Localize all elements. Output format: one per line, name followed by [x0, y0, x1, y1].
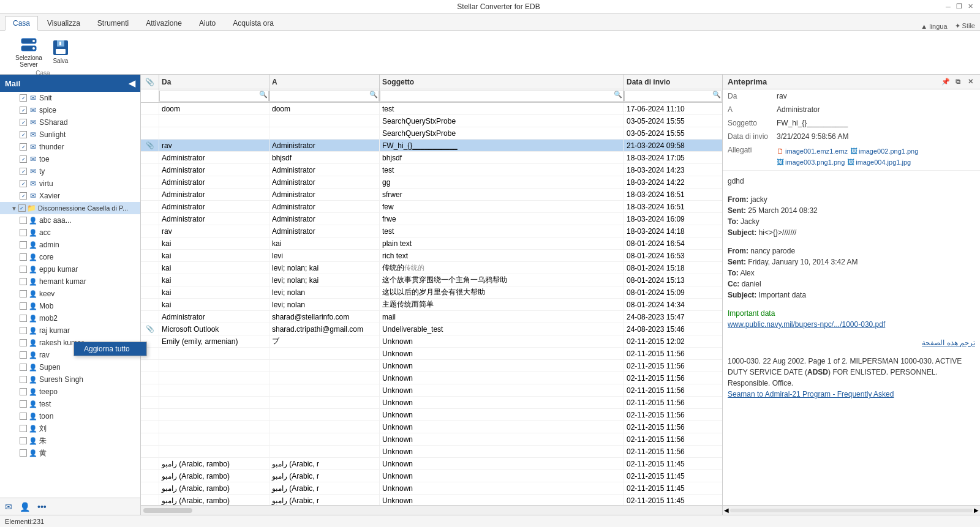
- checkbox-rakeshkumar[interactable]: [20, 339, 27, 346]
- sidebar-item-eppukumar[interactable]: 👤 eppu kumar: [0, 263, 140, 275]
- restore-button[interactable]: ❐: [954, 2, 964, 12]
- table-row[interactable]: doom doom test 17-06-2024 11:10: [141, 103, 722, 115]
- search-subject-input[interactable]: [380, 91, 624, 102]
- table-row[interactable]: رامبو (Arabic, rambo)رامبو (Arabic, rUnk…: [141, 482, 722, 495]
- lingua-label[interactable]: ▲ lingua: [921, 23, 947, 30]
- scroll-left-arrow[interactable]: ◀: [724, 507, 729, 514]
- attachment-4[interactable]: 🖼 image004.jpg1.jpg: [847, 158, 911, 166]
- sidebar-item-ssharad[interactable]: ✓ ✉ SSharad: [0, 116, 140, 129]
- message-list-hscroll[interactable]: [141, 505, 722, 515]
- table-row[interactable]: kai kai plain text 08-01-2024 16:54: [141, 237, 722, 250]
- sidebar-item-thunder[interactable]: ✓ ✉ thunder: [0, 141, 140, 153]
- table-row[interactable]: 📎 rav Administrator FW_hi_{}___________ …: [141, 140, 722, 152]
- preview-hscroll[interactable]: ◀ ▶: [723, 507, 980, 514]
- checkbox-sureshsingh[interactable]: [20, 376, 27, 383]
- sidebar-item-disconnessione[interactable]: ▼ ✓ 📁 Disconnessione Casella di P...: [0, 202, 140, 214]
- checkbox-toe[interactable]: ✓: [20, 155, 27, 163]
- sidebar-item-acc[interactable]: 👤 acc: [0, 226, 140, 239]
- sidebar-item-liu[interactable]: 👤 刘: [0, 422, 140, 435]
- sidebar-item-supen[interactable]: 👤 Supen: [0, 361, 140, 373]
- table-row[interactable]: kai levi rich text 08-01-2024 16:53: [141, 250, 722, 262]
- context-menu-aggiorna[interactable]: Aggiorna tutto: [74, 342, 141, 356]
- checkbox-thunder[interactable]: ✓: [20, 143, 27, 151]
- checkbox-abcaaa[interactable]: [20, 217, 27, 224]
- table-row[interactable]: Administrator Administrator few 18-03-20…: [141, 201, 722, 213]
- checkbox-mob2[interactable]: [20, 315, 27, 322]
- table-row[interactable]: 📎 Microsoft Outlook sharad.ctripathi@gma…: [141, 323, 722, 335]
- preview-detach-button[interactable]: ⧉: [953, 77, 963, 87]
- sidebar-item-spice[interactable]: ✓ ✉ spice: [0, 104, 140, 116]
- sidebar-item-test[interactable]: 👤 test: [0, 398, 140, 410]
- checkbox-keev[interactable]: [20, 290, 27, 297]
- sidebar-item-snit[interactable]: ✓ ✉ Snit: [0, 92, 140, 104]
- message-list[interactable]: doom doom test 17-06-2024 11:10 SearchQu…: [141, 103, 722, 505]
- header-date[interactable]: Data di invio: [624, 75, 722, 89]
- search-to-input[interactable]: [270, 91, 379, 102]
- search-date-input[interactable]: [624, 91, 722, 102]
- mail-bottom-icon[interactable]: ✉: [5, 502, 12, 512]
- sidebar-item-xavier[interactable]: ✓ ✉ Xavier: [0, 190, 140, 202]
- tab-attivazione[interactable]: Attivazione: [138, 15, 190, 30]
- checkbox-acc[interactable]: [20, 229, 27, 236]
- checkbox-spice[interactable]: ✓: [20, 107, 27, 114]
- preview-close-button[interactable]: ✕: [965, 77, 975, 87]
- table-row[interactable]: SearchQueryStxProbe 03-05-2024 15:55: [141, 127, 722, 140]
- sidebar-item-teepo[interactable]: 👤 teepo: [0, 386, 140, 398]
- checkbox-zhu[interactable]: [20, 437, 27, 444]
- hscroll-thumb[interactable]: [143, 508, 192, 513]
- sidebar-item-toe[interactable]: ✓ ✉ toe: [0, 153, 140, 165]
- sidebar-item-mob2[interactable]: 👤 mob2: [0, 312, 140, 324]
- arabic-text[interactable]: ترجم هذه الصفحة: [728, 337, 975, 348]
- preview-pin-button[interactable]: 📌: [941, 77, 951, 87]
- table-row[interactable]: Unknown02-11-2015 11:56: [141, 433, 722, 446]
- sidebar-tree[interactable]: ✓ ✉ Snit ✓ ✉ spice ✓ ✉ SSharad ✓ ✉ Sunli…: [0, 92, 140, 498]
- sidebar-item-sureshsingh[interactable]: 👤 Suresh Singh: [0, 373, 140, 386]
- minimize-button[interactable]: ─: [943, 2, 953, 12]
- sidebar-item-ty[interactable]: ✓ ✉ ty: [0, 165, 140, 178]
- sidebar-item-virtu[interactable]: ✓ ✉ virtu: [0, 178, 140, 190]
- attachment-3[interactable]: 🖼 image003.png1.png: [777, 158, 845, 166]
- sidebar-item-toon[interactable]: 👤 toon: [0, 410, 140, 422]
- sidebar-item-zhu[interactable]: 👤 朱: [0, 435, 140, 447]
- checkbox-supen[interactable]: [20, 364, 27, 371]
- table-row[interactable]: Emily (emily, armenian) ブ Unknown 02-11-…: [141, 335, 722, 348]
- window-controls[interactable]: ─ ❐ ✕: [943, 2, 975, 12]
- tab-visualizza[interactable]: Visualizza: [39, 15, 88, 30]
- table-row[interactable]: Unknown02-11-2015 11:56: [141, 397, 722, 409]
- table-row[interactable]: Administrator sharad@stellarinfo.com mai…: [141, 311, 722, 323]
- checkbox-xavier[interactable]: ✓: [20, 192, 27, 200]
- sidebar-toggle[interactable]: ◀: [129, 78, 135, 88]
- checkbox-ty[interactable]: ✓: [20, 168, 27, 175]
- table-row[interactable]: SearchQueryStxProbe 03-05-2024 15:55: [141, 115, 722, 127]
- checkbox-sunlight[interactable]: ✓: [20, 131, 27, 138]
- sidebar-item-keev[interactable]: 👤 keev: [0, 288, 140, 300]
- search-from-input[interactable]: [159, 91, 269, 102]
- seleziona-server-button[interactable]: SelezionaServer: [12, 33, 45, 70]
- checkbox-mob[interactable]: [20, 302, 27, 310]
- checkbox-rajkumar[interactable]: [20, 327, 27, 334]
- attachment-1[interactable]: 🗋 image001.emz1.emz: [777, 147, 848, 155]
- checkbox-core[interactable]: [20, 253, 27, 261]
- table-row[interactable]: رامبو (Arabic, rambo)رامبو (Arabic, rUnk…: [141, 495, 722, 505]
- body-link2[interactable]: Seaman to Admiral-21 Program - Frequentl…: [728, 390, 894, 398]
- checkbox-huang[interactable]: [20, 449, 27, 457]
- scroll-right-arrow[interactable]: ▶: [974, 507, 979, 514]
- table-row[interactable]: Administrator bhjsdf bhjsdf 18-03-2024 1…: [141, 152, 722, 164]
- stile-label[interactable]: ✦ Stile: [955, 22, 975, 30]
- checkbox-rav[interactable]: [20, 351, 27, 359]
- sidebar-item-hemantkumar[interactable]: 👤 hemant kumar: [0, 275, 140, 288]
- close-button[interactable]: ✕: [965, 2, 975, 12]
- sidebar-item-abcaaa[interactable]: 👤 abc aaa...: [0, 214, 140, 226]
- more-bottom-icon[interactable]: •••: [37, 502, 47, 512]
- checkbox-teepo[interactable]: [20, 388, 27, 395]
- checkbox-test[interactable]: [20, 400, 27, 408]
- checkbox-snit[interactable]: ✓: [20, 94, 27, 102]
- checkbox-hemantkumar[interactable]: [20, 278, 27, 285]
- table-row[interactable]: Unknown02-11-2015 11:56: [141, 372, 722, 384]
- tab-casa[interactable]: Casa: [5, 16, 38, 31]
- sidebar-item-huang[interactable]: 👤 黄: [0, 447, 140, 459]
- checkbox-ssharad[interactable]: ✓: [20, 119, 27, 126]
- checkbox-liu[interactable]: [20, 425, 27, 432]
- table-row[interactable]: رامبو (Arabic, rambo)رامبو (Arabic, rUnk…: [141, 470, 722, 482]
- sidebar-item-sunlight[interactable]: ✓ ✉ Sunlight: [0, 129, 140, 141]
